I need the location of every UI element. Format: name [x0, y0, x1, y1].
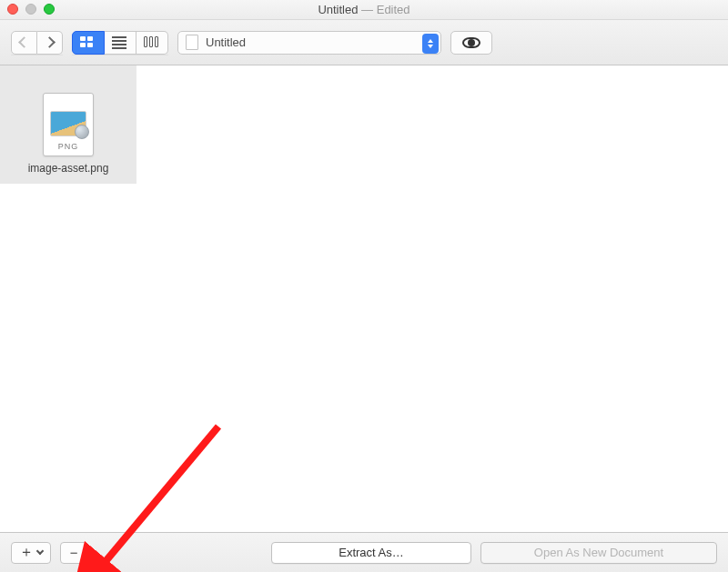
chevron-left-icon	[18, 36, 30, 48]
grid-icon	[80, 36, 96, 49]
view-list-button[interactable]	[105, 31, 136, 55]
extract-as-button[interactable]: Extract As…	[271, 542, 471, 564]
content-area: PNG image-asset.png	[0, 65, 728, 532]
back-button[interactable]	[11, 31, 37, 55]
bottom-bar: ＋ − Extract As… Open As New Document	[0, 532, 728, 572]
document-edited-status: — Edited	[361, 3, 410, 16]
eye-icon	[462, 37, 480, 48]
columns-icon	[144, 36, 160, 49]
minus-icon: −	[70, 545, 78, 560]
file-tile[interactable]: PNG image-asset.png	[0, 65, 136, 184]
file-type-badge: PNG	[58, 142, 79, 151]
document-icon	[186, 35, 198, 50]
window-title: Untitled — Edited	[318, 3, 410, 16]
chevron-down-icon	[36, 547, 44, 555]
forward-button[interactable]	[37, 31, 63, 55]
extract-as-label: Extract As…	[339, 546, 404, 559]
toolbar: Untitled	[0, 20, 728, 65]
breadcrumb-dropdown[interactable]: Untitled	[177, 31, 441, 55]
file-name-label: image-asset.png	[28, 162, 109, 175]
open-as-new-label: Open As New Document	[534, 546, 663, 559]
quick-look-button[interactable]	[450, 31, 492, 55]
close-window-button[interactable]	[7, 4, 18, 15]
updown-stepper-icon	[422, 34, 439, 54]
title-bar: Untitled — Edited	[0, 0, 728, 20]
view-columns-button[interactable]	[136, 31, 168, 55]
view-mode-group	[72, 31, 168, 55]
minimize-window-button[interactable]	[25, 4, 36, 15]
file-list: PNG image-asset.png	[0, 65, 138, 532]
chevron-right-icon	[44, 36, 56, 48]
nav-group	[11, 31, 63, 55]
add-menu-button[interactable]: ＋	[11, 542, 51, 564]
open-as-new-document-button[interactable]: Open As New Document	[480, 542, 717, 564]
remove-button[interactable]: −	[60, 542, 87, 564]
list-icon	[112, 36, 128, 49]
zoom-window-button[interactable]	[44, 4, 55, 15]
document-title: Untitled	[318, 3, 358, 16]
window-controls	[7, 4, 55, 15]
view-grid-button[interactable]	[72, 31, 105, 55]
file-thumbnail-icon: PNG	[43, 93, 94, 156]
breadcrumb-label: Untitled	[206, 35, 246, 49]
